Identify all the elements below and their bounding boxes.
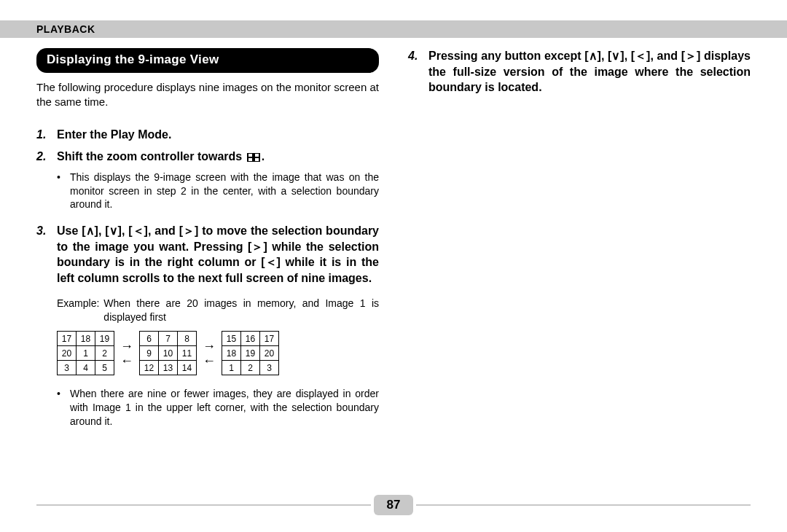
footer-line-right	[416, 504, 751, 506]
intro-text: The following procedure displays nine im…	[36, 80, 379, 110]
grid-3: 151617 181920 123	[222, 331, 279, 375]
grid-example: 171819 2012 345 → ← 678 91011 121314 → ←…	[57, 331, 379, 375]
right-column: 4. Pressing any button except [∧], [∨], …	[408, 48, 751, 496]
section-title: Displaying the 9-image View	[36, 48, 379, 73]
arrow-right-icon: →	[120, 340, 133, 353]
arrow-pair-2: → ←	[203, 340, 216, 367]
step-text: Shift the zoom controller towards .	[57, 149, 379, 165]
bullet-icon: •	[57, 171, 70, 212]
step-number: 1.	[36, 127, 57, 143]
footer: 87	[36, 494, 751, 516]
step-text-after: .	[262, 150, 265, 163]
step-text-before: Shift the zoom controller towards	[57, 150, 246, 163]
step-3-note: • When there are nine or fewer images, t…	[57, 387, 379, 429]
example-text: When there are 20 images in memory, and …	[103, 297, 379, 324]
subnote-text: This displays the 9-image screen with th…	[70, 171, 379, 212]
arrow-left-icon: ←	[120, 354, 133, 367]
grid-1: 171819 2012 345	[57, 331, 114, 375]
step-1: 1. Enter the Play Mode.	[36, 127, 379, 143]
arrow-pair-1: → ←	[120, 340, 133, 367]
step-2-subnote: • This displays the 9-image screen with …	[57, 171, 379, 212]
content: Displaying the 9-image View The followin…	[36, 48, 751, 496]
footer-line-left	[36, 504, 371, 506]
header-bar: PLAYBACK	[0, 20, 787, 38]
step-4: 4. Pressing any button except [∧], [∨], …	[408, 48, 751, 95]
step-text: Use [∧], [∨], [＜], and [＞] to move the s…	[57, 223, 379, 286]
grid-2: 678 91011 121314	[139, 331, 197, 375]
header-section: PLAYBACK	[36, 23, 95, 35]
note-text: When there are nine or fewer images, the…	[70, 387, 379, 429]
step-number: 4.	[408, 48, 428, 95]
example-label: Example: When there are 20 images in mem…	[57, 297, 379, 324]
bullet-icon: •	[57, 387, 70, 429]
left-column: Displaying the 9-image View The followin…	[36, 48, 379, 496]
step-3: 3. Use [∧], [∨], [＜], and [＞] to move th…	[36, 223, 379, 286]
step-text: Enter the Play Mode.	[57, 127, 379, 143]
step-text: Pressing any button except [∧], [∨], [＜]…	[428, 48, 751, 95]
step-number: 3.	[36, 223, 57, 286]
step-number: 2.	[36, 149, 57, 165]
page-number: 87	[374, 495, 413, 515]
step-2: 2. Shift the zoom controller towards .	[36, 149, 379, 165]
zoom-out-icon	[247, 153, 260, 162]
arrow-right-icon: →	[203, 340, 216, 353]
arrow-left-icon: ←	[203, 354, 216, 367]
example-prefix: Example:	[57, 297, 99, 324]
